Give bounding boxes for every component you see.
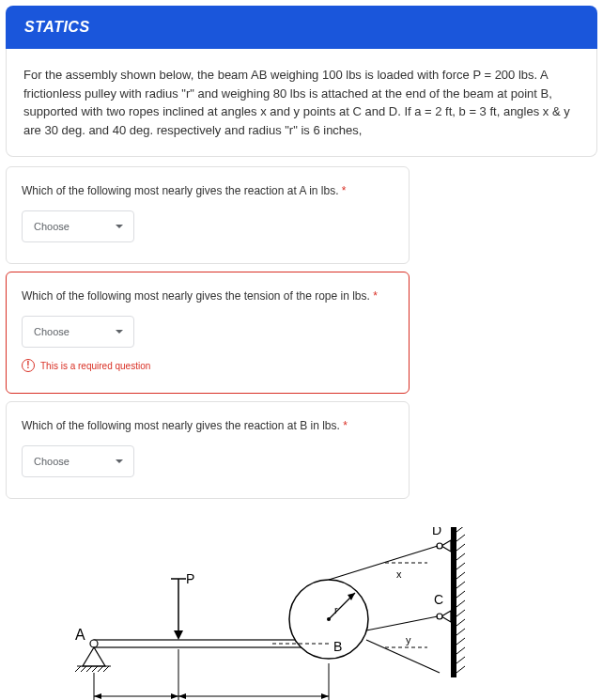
svg-marker-30 bbox=[171, 693, 178, 699]
required-asterisk: * bbox=[343, 419, 348, 432]
assembly-diagram: D C A B r x bbox=[56, 527, 488, 700]
svg-line-15 bbox=[456, 666, 465, 673]
select-value: Choose bbox=[34, 456, 70, 467]
label-y: y bbox=[406, 634, 411, 646]
svg-point-20 bbox=[90, 640, 98, 647]
support-D bbox=[437, 540, 451, 552]
question-card-2: Which of the following most nearly gives… bbox=[6, 272, 410, 394]
header-card: STATICS bbox=[6, 6, 597, 49]
svg-marker-21 bbox=[83, 647, 105, 666]
label-C: C bbox=[434, 592, 443, 607]
select-wrap: Choose bbox=[22, 445, 134, 477]
svg-line-13 bbox=[456, 647, 465, 654]
svg-line-14 bbox=[456, 657, 465, 663]
label-A: A bbox=[75, 627, 85, 643]
svg-marker-32 bbox=[321, 693, 329, 699]
select-wrap: Choose bbox=[22, 210, 134, 242]
q2-text: Which of the following most nearly gives… bbox=[22, 289, 370, 303]
chevron-down-icon bbox=[116, 459, 123, 463]
svg-line-25 bbox=[86, 666, 92, 672]
select-value: Choose bbox=[34, 221, 70, 232]
rope-C-1 bbox=[366, 616, 438, 630]
q1-text: Which of the following most nearly gives… bbox=[22, 184, 339, 197]
problem-description: For the assembly shown below, the beam A… bbox=[23, 66, 580, 139]
label-D: D bbox=[432, 527, 441, 537]
svg-line-11 bbox=[456, 629, 465, 635]
question-text: Which of the following most nearly gives… bbox=[22, 419, 394, 432]
page-title: STATICS bbox=[24, 19, 579, 36]
svg-line-9 bbox=[456, 610, 465, 616]
required-asterisk: * bbox=[342, 184, 347, 197]
question-card-3: Which of the following most nearly gives… bbox=[6, 401, 410, 499]
svg-line-3 bbox=[456, 553, 465, 560]
svg-line-28 bbox=[103, 666, 109, 672]
svg-line-4 bbox=[456, 563, 465, 569]
svg-line-24 bbox=[81, 666, 86, 672]
select-value: Choose bbox=[34, 326, 70, 337]
description-card: For the assembly shown below, the beam A… bbox=[6, 49, 597, 157]
svg-line-12 bbox=[456, 638, 465, 645]
svg-line-7 bbox=[456, 591, 465, 598]
question-text: Which of the following most nearly gives… bbox=[22, 289, 394, 303]
svg-line-1 bbox=[456, 535, 465, 541]
label-B: B bbox=[333, 639, 342, 654]
svg-marker-31 bbox=[178, 693, 186, 699]
error-text: This is a required question bbox=[40, 361, 150, 371]
svg-line-10 bbox=[456, 619, 465, 626]
question-text: Which of the following most nearly gives… bbox=[22, 184, 394, 197]
chevron-down-icon bbox=[116, 225, 123, 228]
svg-marker-29 bbox=[94, 693, 101, 699]
label-x: x bbox=[396, 568, 402, 580]
diagram: D C A B r x bbox=[56, 527, 565, 700]
support-C bbox=[437, 611, 451, 622]
label-P: P bbox=[186, 571, 194, 586]
svg-line-23 bbox=[75, 666, 81, 672]
rope-C-2 bbox=[366, 640, 440, 673]
alert-icon: ! bbox=[22, 359, 35, 372]
svg-line-0 bbox=[456, 527, 465, 532]
wall bbox=[451, 527, 456, 677]
svg-line-27 bbox=[98, 666, 103, 672]
svg-line-6 bbox=[456, 582, 465, 588]
error-message: ! This is a required question bbox=[22, 359, 394, 372]
required-asterisk: * bbox=[373, 289, 378, 303]
select-wrap: Choose bbox=[22, 316, 134, 348]
question-card-1: Which of the following most nearly gives… bbox=[6, 166, 410, 264]
label-r: r bbox=[334, 604, 338, 615]
q3-text: Which of the following most nearly gives… bbox=[22, 419, 340, 432]
force-P-arrowhead bbox=[174, 630, 183, 640]
svg-line-2 bbox=[456, 544, 465, 551]
svg-line-26 bbox=[92, 666, 98, 672]
chevron-down-icon bbox=[116, 330, 123, 334]
svg-line-8 bbox=[456, 600, 465, 607]
svg-line-5 bbox=[456, 572, 465, 579]
